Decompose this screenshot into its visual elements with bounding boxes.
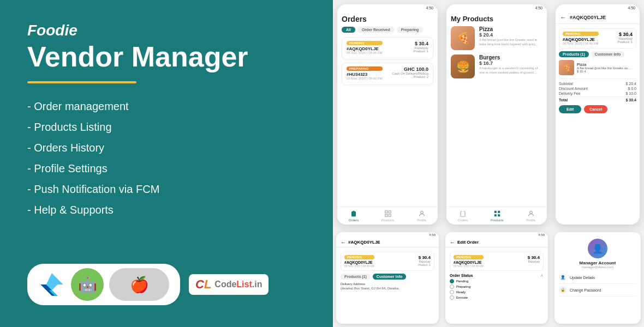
product-item-pizza[interactable]: 🍕 Pizza $ 20.4 A flat bread (just like t… bbox=[451, 26, 542, 50]
left-panel: Foodie Vendor Manager - Order management… bbox=[0, 0, 333, 327]
edit-button[interactable]: Edit bbox=[559, 105, 581, 113]
svg-rect-4 bbox=[389, 211, 391, 213]
status-bar-5: 4:50 bbox=[445, 232, 548, 238]
filter-tabs: All Order Received Preparing bbox=[342, 27, 433, 33]
discount-label: Discount Amount bbox=[559, 87, 588, 90]
order-card-1-top: PENDING #AQKQD0YLJE 06 Nov, 2020 | 08:40… bbox=[347, 41, 428, 55]
order-1-date: 06 Nov, 2020 | 08:40 AM bbox=[347, 51, 383, 55]
detail-tab-customer[interactable]: Customer Info bbox=[591, 51, 624, 57]
codelist-icon: CL bbox=[195, 277, 211, 292]
brand-divider bbox=[27, 81, 136, 83]
profile-avatar: 👤 bbox=[588, 239, 607, 258]
flutter-icon bbox=[38, 271, 65, 298]
status-bar-4: 4:50 bbox=[336, 232, 439, 238]
delivery-val: $ 10.0 bbox=[626, 92, 636, 95]
android-icon: 🤖 bbox=[71, 268, 104, 301]
svg-point-12 bbox=[529, 211, 532, 214]
status-preparing-label: Preparing bbox=[456, 285, 470, 288]
order-2-right: GHC 100.0 Cash On Delivery/Pickup Produc… bbox=[392, 66, 428, 78]
phone5-amount: $ 30.4 bbox=[528, 255, 540, 260]
burger-name: Burgers bbox=[479, 55, 542, 60]
detail-card-right: $ 30.4 Razorpay Product: 1 bbox=[618, 32, 633, 44]
order-1-badge: PENDING bbox=[347, 41, 383, 45]
phone4-tab-products[interactable]: Products (1) bbox=[341, 274, 371, 280]
burger-price: $ 16.7 bbox=[479, 60, 542, 66]
status-ready-label: Ready bbox=[456, 290, 466, 294]
status-enroute[interactable]: Enroute bbox=[450, 295, 544, 300]
profile-change-password[interactable]: 🔒 Change Password bbox=[559, 284, 636, 296]
footer-profile[interactable]: Profile bbox=[417, 210, 426, 222]
phone4-header: ← #AQKQD0YLJE bbox=[336, 238, 439, 247]
delivery-label: Delivery Fee bbox=[559, 92, 580, 95]
back-arrow-5-icon[interactable]: ← bbox=[450, 239, 455, 245]
profile-update-details[interactable]: 👤 Update Details bbox=[559, 271, 636, 284]
cancel-button[interactable]: Cancel bbox=[584, 105, 607, 113]
summary-discount: Discount Amount $ 0.0 bbox=[559, 87, 636, 90]
feature-item: - Products Listing bbox=[27, 119, 306, 135]
action-buttons: Edit Cancel bbox=[559, 105, 636, 113]
feature-item: - Orders History bbox=[27, 140, 306, 155]
footer-products-label: Products bbox=[381, 219, 395, 222]
order-1-right: $ 30.4 Razorpay Product: 1 bbox=[414, 41, 428, 53]
footer-orders-label-2: Orders bbox=[458, 219, 468, 222]
status-pending[interactable]: Pending bbox=[450, 279, 544, 283]
subtotal-label: Subtotal bbox=[559, 82, 573, 86]
order-2-amount: GHC 100.0 bbox=[392, 66, 428, 72]
phone2-content: My Products 🍕 Pizza $ 20.4 A flat bread … bbox=[446, 11, 547, 207]
phone4-title: #AQKQD0YLJE bbox=[348, 240, 380, 245]
tab-preparing[interactable]: Preparing bbox=[397, 27, 424, 33]
order-card-1[interactable]: PENDING #AQKQD0YLJE 06 Nov, 2020 | 08:40… bbox=[342, 37, 433, 59]
order-2-badge: PREPARING bbox=[347, 66, 383, 71]
total-val: $ 30.4 bbox=[626, 98, 636, 102]
svg-rect-10 bbox=[494, 214, 496, 216]
left-content: Foodie Vendor Manager - Order management… bbox=[27, 22, 306, 253]
right-panel-wrapper: 4:50 Orders All Order Received Preparing… bbox=[333, 0, 644, 327]
tab-all[interactable]: All bbox=[342, 27, 355, 33]
change-password-label: Change Password bbox=[570, 288, 601, 292]
tab-order-received[interactable]: Order Received bbox=[357, 27, 395, 33]
detail-product-price: $ 20.4 bbox=[577, 70, 630, 73]
detail-order-card: PENDING #AQKQD0YLJE 06 Nov, 2020 | 08:40… bbox=[559, 28, 636, 49]
footer-orders[interactable]: Orders bbox=[349, 210, 359, 222]
phone5-header: ← Edit Order bbox=[445, 238, 548, 247]
detail-order-id: #AQKQD0YLJE bbox=[570, 15, 606, 20]
subtotal-val: $ 20.4 bbox=[626, 82, 636, 86]
status-ready[interactable]: Ready bbox=[450, 290, 544, 294]
brand-subtitle: Foodie bbox=[27, 22, 306, 39]
detail-tab-products[interactable]: Products (1) bbox=[559, 51, 589, 57]
product-item-burger[interactable]: 🍔 Burgers $ 16.7 A hamburger is a sandwi… bbox=[451, 55, 542, 78]
detail-date: 06 Nov, 2020 | 08:40 AM bbox=[563, 42, 599, 45]
phone-customer-info: 4:50 ← #AQKQD0YLJE PENDING #AQKQD0YLJE 0… bbox=[336, 232, 439, 324]
footer-profile-label-2: Profile bbox=[526, 219, 535, 222]
orders-title: Orders bbox=[342, 15, 433, 23]
phone3-header: ← #AQKQD0YLJE bbox=[556, 11, 640, 24]
status-preparing[interactable]: Preparing bbox=[450, 284, 544, 289]
back-arrow-4-icon[interactable]: ← bbox=[341, 239, 346, 245]
update-details-label: Update Details bbox=[570, 276, 595, 280]
footer-profile-label: Profile bbox=[417, 219, 426, 222]
feature-item: - Order management bbox=[27, 99, 306, 114]
footer-products[interactable]: Products bbox=[381, 210, 395, 222]
feature-item: - Profile Settings bbox=[27, 161, 306, 176]
status-bar-2: 4:50 bbox=[446, 4, 547, 11]
phone-orders: 4:50 Orders All Order Received Preparing… bbox=[337, 4, 438, 225]
collapse-icon[interactable]: ∧ bbox=[540, 273, 544, 278]
footer-products-2[interactable]: Products bbox=[491, 210, 504, 222]
footer-profile-2[interactable]: Profile bbox=[526, 210, 535, 222]
phone2-footer: Orders Products Profile bbox=[446, 207, 547, 225]
order-card-2[interactable]: PREPARING #HU34323 05 Nov, 2020 | 08:49 … bbox=[342, 63, 433, 85]
svg-rect-3 bbox=[385, 211, 387, 213]
detail-id: #AQKQD0YLJE bbox=[563, 37, 599, 42]
footer-orders-2[interactable]: Orders bbox=[458, 210, 468, 222]
phone1-footer: Orders Products Profile bbox=[337, 207, 438, 225]
phone4-order-id: #AQKQD0YLJE bbox=[344, 261, 374, 264]
burger-image: 🍔 bbox=[451, 55, 475, 78]
status-bar-3: 4:50 bbox=[556, 4, 640, 11]
total-label: Total bbox=[559, 98, 568, 102]
back-arrow-icon[interactable]: ← bbox=[560, 14, 567, 21]
phone4-tab-customer[interactable]: Customer Info bbox=[373, 274, 406, 280]
order-1-left: PENDING #AQKQD0YLJE 06 Nov, 2020 | 08:40… bbox=[347, 41, 383, 55]
detail-product-row: 🍕 Pizza A flat bread (just like the Gree… bbox=[559, 60, 636, 75]
svg-rect-5 bbox=[385, 214, 387, 216]
svg-rect-8 bbox=[494, 211, 496, 213]
